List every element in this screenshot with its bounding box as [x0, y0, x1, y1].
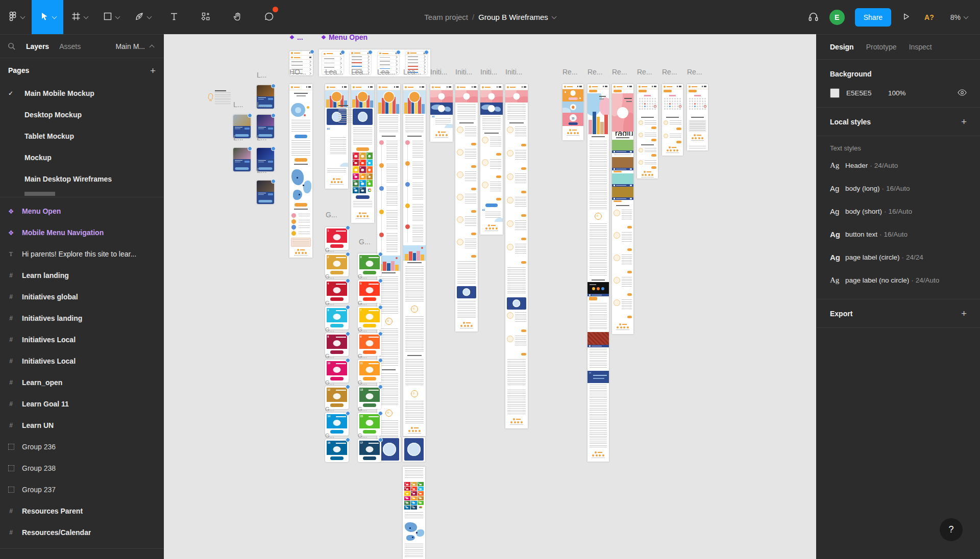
wireframe-resources-3[interactable]: px;background:#e2e2e2;border-radius:2px"…	[612, 84, 633, 334]
frame-label[interactable]: G...	[325, 300, 334, 306]
layer-item-frame[interactable]: #Resources Parent	[0, 500, 164, 522]
missing-fonts-badge[interactable]: A?	[921, 13, 937, 22]
component-label[interactable]: ❖...	[289, 33, 303, 41]
page-item[interactable]: Main Desktop Wireframes	[0, 168, 164, 190]
frame-label[interactable]: Initi...	[480, 68, 497, 76]
annotation-note[interactable]	[208, 90, 231, 105]
frame-label[interactable]: L...	[257, 166, 266, 174]
tab-inspect[interactable]: Inspect	[909, 43, 932, 51]
comment-tool-button[interactable]	[253, 0, 285, 34]
frame-label[interactable]: G...	[358, 300, 367, 306]
frame-label[interactable]: G...	[325, 379, 334, 386]
layer-item-group[interactable]: Group 237	[0, 479, 164, 500]
layer-item-frame[interactable]: #Initiatives Local	[0, 329, 164, 350]
frame-label[interactable]: G...	[325, 406, 334, 412]
sdg-goal-card-16[interactable]: 16	[325, 439, 349, 462]
wireframe-resources-2[interactable]: “	[587, 84, 609, 462]
frame-label[interactable]: G...	[358, 379, 367, 386]
frame-label[interactable]: G...	[325, 326, 334, 333]
frame-label[interactable]: G...	[358, 326, 367, 333]
frame-label[interactable]: Re...	[662, 68, 677, 76]
layer-item-frame[interactable]: #Learn_open	[0, 372, 164, 393]
frame-label[interactable]: Lea...	[325, 68, 343, 76]
move-tool-button[interactable]	[32, 0, 63, 34]
frame-label[interactable]: L...	[233, 100, 243, 109]
layer-item-component[interactable]: ❖Mobile Menu Navigation	[0, 222, 164, 243]
text-style-row[interactable]: AgHeader·24/Auto	[817, 154, 980, 177]
layer-item-frame[interactable]: #Initiatives Local	[0, 350, 164, 372]
shape-tool-button[interactable]	[95, 0, 127, 34]
photo-story-card[interactable]	[257, 181, 274, 204]
zoom-level-dropdown[interactable]: 8%	[947, 13, 971, 22]
layer-item-frame[interactable]: #Learn Goal 11	[0, 393, 164, 415]
audio-call-button[interactable]	[807, 11, 819, 24]
layer-item-group[interactable]: Group 238	[0, 458, 164, 479]
frame-label[interactable]: G...	[325, 353, 334, 359]
frame-label[interactable]: Lea...	[377, 68, 395, 76]
frame-label[interactable]: G...	[325, 273, 334, 280]
frame-label[interactable]: Re...	[562, 68, 578, 76]
wireframe-learn-4[interactable]	[403, 84, 426, 436]
frame-label[interactable]: Re...	[637, 68, 652, 76]
text-style-row[interactable]: Agpage label (circle)·24/24	[817, 246, 980, 269]
pen-tool-button[interactable]	[127, 0, 158, 34]
text-style-row[interactable]: Agpage label (no circle)·24/Auto	[817, 269, 980, 292]
add-export-button[interactable]: +	[961, 309, 967, 318]
tab-design[interactable]: Design	[830, 43, 854, 51]
text-tool-button[interactable]	[158, 0, 190, 34]
file-title-dropdown[interactable]: Team project / Group B Wireframes	[421, 0, 559, 34]
page-item[interactable]: ✓Main Mobile Mockup	[0, 83, 164, 104]
search-icon[interactable]	[7, 42, 16, 50]
frame-list-dropdown[interactable]: Main M...	[112, 42, 157, 51]
frame-label[interactable]: Initi...	[455, 68, 472, 76]
frame-label[interactable]: Re...	[687, 68, 702, 76]
text-style-row[interactable]: Agbody (long)·16/Auto	[817, 177, 980, 200]
page-item[interactable]: Tablet Mockup	[0, 125, 164, 147]
frame-label[interactable]: Lea...	[351, 68, 369, 76]
wireframe-resources-6[interactable]	[687, 84, 708, 150]
background-opacity-value[interactable]: 100%	[888, 89, 906, 97]
wireframe-home-landing[interactable]	[289, 84, 312, 258]
frame-label[interactable]: L...	[257, 71, 266, 79]
frame-tool-button[interactable]	[63, 0, 95, 34]
layer-item-component[interactable]: ❖Menu Open	[0, 200, 164, 222]
frame-label[interactable]: HO...	[289, 68, 306, 76]
page-item[interactable]: Desktop Mockup	[0, 104, 164, 125]
component-tool-button[interactable]	[190, 0, 222, 34]
page-item[interactable]: Mockup	[0, 147, 164, 168]
layer-item-text[interactable]: THi parents! Explore this site to lear..…	[0, 243, 164, 265]
frame-label[interactable]: L...	[257, 100, 266, 109]
frame-label[interactable]: Initi...	[505, 68, 522, 76]
background-hex-value[interactable]: E5E5E5	[846, 89, 888, 97]
text-style-row[interactable]: Agbody (short)·16/Auto	[817, 200, 980, 223]
component-label[interactable]: ❖Menu Open	[321, 33, 368, 41]
frame-label[interactable]: Re...	[587, 68, 603, 76]
wireframe-learn-open-bottom[interactable]: 1234567891011121314151617	[403, 467, 425, 559]
clipped-page-row[interactable]	[0, 190, 164, 197]
present-button[interactable]	[901, 12, 911, 23]
share-button[interactable]: Share	[855, 8, 891, 27]
frame-label[interactable]: G...	[358, 406, 367, 412]
wireframe-initiatives-4[interactable]	[505, 84, 528, 428]
frame-label[interactable]: L...	[257, 134, 266, 142]
annotation-note[interactable]	[338, 105, 352, 125]
wireframe-initiatives-3[interactable]: “	[480, 84, 503, 235]
figma-menu-button[interactable]	[0, 0, 32, 34]
frame-label[interactable]: G...	[325, 433, 334, 439]
frame-label[interactable]: G...	[326, 211, 337, 219]
add-style-button[interactable]: +	[961, 117, 967, 126]
wireframe-resources-1[interactable]: 15	[562, 84, 583, 140]
wireframe-badge-b[interactable]	[403, 437, 425, 462]
avatar[interactable]: E	[829, 10, 845, 25]
sdg-goal-card-17[interactable]: 17	[358, 439, 381, 462]
frame-label[interactable]: L...	[233, 134, 243, 142]
tab-assets[interactable]: Assets	[59, 42, 81, 50]
layer-item-frame[interactable]: #Initiatives landing	[0, 308, 164, 329]
visibility-toggle[interactable]	[958, 89, 967, 97]
wireframe-resources-4[interactable]	[637, 84, 658, 179]
wireframe-resources-5[interactable]	[662, 84, 683, 156]
layer-item-group[interactable]: Group 236	[0, 436, 164, 458]
layer-item-frame[interactable]: #Learn landing	[0, 265, 164, 286]
frame-label[interactable]: Lea...	[403, 68, 421, 76]
layer-item-frame[interactable]: #Initiatives global	[0, 286, 164, 308]
